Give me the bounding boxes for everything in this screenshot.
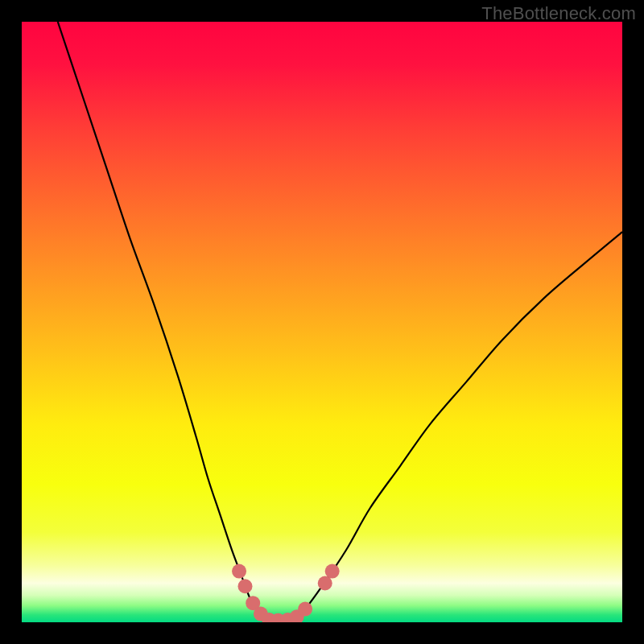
watermark-text: TheBottleneck.com [481, 3, 636, 24]
highlight-dot [325, 564, 340, 579]
highlight-dot [318, 576, 332, 591]
gradient-background [22, 22, 622, 622]
chart-svg [22, 22, 622, 622]
highlight-dot [298, 602, 312, 617]
highlight-dot [232, 564, 246, 579]
plot-area [22, 22, 622, 622]
highlight-dot [238, 579, 253, 593]
chart-frame: TheBottleneck.com [0, 0, 644, 644]
